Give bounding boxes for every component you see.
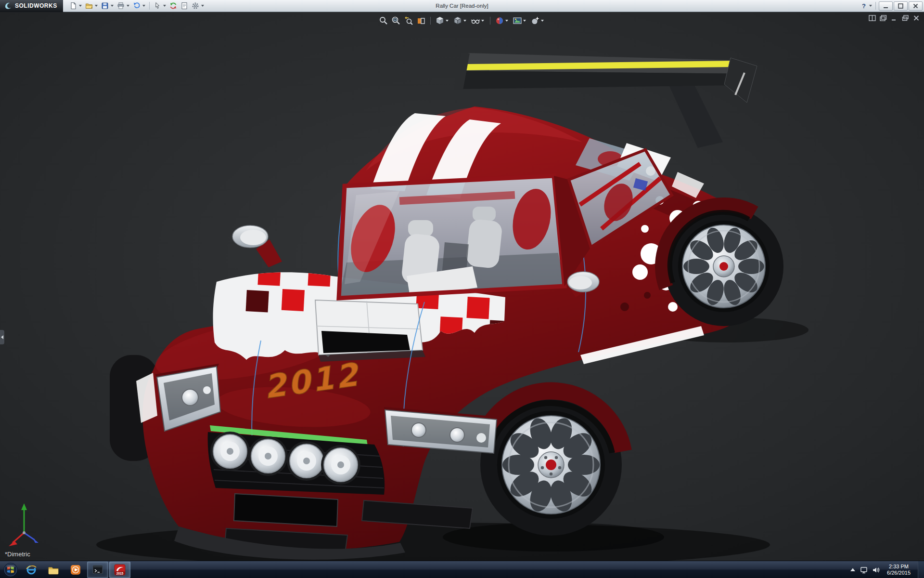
view-settings-icon xyxy=(530,16,540,26)
restore-document-icon xyxy=(902,15,909,21)
file-properties-button[interactable] xyxy=(179,0,190,11)
hide-show-items-button[interactable] xyxy=(471,16,486,26)
section-view-icon xyxy=(416,16,426,26)
brand-text: SOLIDWORKS xyxy=(15,2,57,9)
edit-appearance-button[interactable] xyxy=(495,16,510,26)
apply-scene-button[interactable] xyxy=(513,16,527,26)
show-hidden-icons-button[interactable] xyxy=(850,567,856,572)
edit-appearance-icon xyxy=(495,16,504,26)
toolbar-separator xyxy=(149,2,150,10)
solidworks-logo: SOLIDWORKS xyxy=(0,0,63,12)
select-dropdown-arrow[interactable] xyxy=(163,5,166,7)
folder-icon xyxy=(48,564,59,576)
minimize-button[interactable] xyxy=(879,1,893,11)
previous-view-icon xyxy=(404,16,413,26)
left-projector xyxy=(182,389,198,406)
heads-up-view-toolbar xyxy=(379,16,545,26)
tray-volume-button[interactable] xyxy=(872,566,880,574)
zoom-area-icon xyxy=(391,16,401,26)
previous-view-button[interactable] xyxy=(404,16,413,26)
print-dropdown-arrow[interactable] xyxy=(127,5,129,7)
taskbar-solidworks[interactable]: 2015 xyxy=(109,562,130,578)
print-icon xyxy=(117,2,125,10)
save-button[interactable] xyxy=(100,0,110,11)
reference-triad[interactable] xyxy=(5,495,48,548)
taskbar-media-player[interactable] xyxy=(65,562,86,578)
document-window-controls xyxy=(869,15,920,23)
taskbar-internet-explorer[interactable] xyxy=(21,562,42,578)
media-player-icon xyxy=(70,565,81,575)
tray-network-button[interactable] xyxy=(860,566,868,574)
cascade-windows-icon xyxy=(880,15,887,21)
rebuild-icon xyxy=(169,2,177,10)
print-button[interactable] xyxy=(116,0,126,11)
new-document-icon xyxy=(69,2,77,10)
network-icon xyxy=(860,566,868,574)
options-dropdown-arrow[interactable] xyxy=(201,5,204,7)
window-controls: ? xyxy=(859,0,924,11)
model-scene[interactable]: 2012 xyxy=(0,12,924,561)
help-button[interactable]: ? xyxy=(859,0,869,11)
open-dropdown-arrow[interactable] xyxy=(95,5,98,7)
open-button[interactable] xyxy=(84,0,94,11)
taskbar-file-explorer[interactable] xyxy=(43,562,64,578)
section-view-button[interactable] xyxy=(416,16,426,26)
display-style-button[interactable] xyxy=(453,16,468,26)
standard-toolbar xyxy=(63,0,205,11)
front-wheel[interactable] xyxy=(480,391,623,536)
taskbar: 2015 xyxy=(0,561,924,578)
select-button[interactable] xyxy=(152,0,163,11)
volume-icon xyxy=(872,566,880,574)
panel-flyout-tab[interactable] xyxy=(0,330,4,344)
zoom-to-fit-button[interactable] xyxy=(379,16,388,26)
solidworks-app-icon: 2015 xyxy=(114,564,126,576)
hud-separator xyxy=(490,17,490,25)
help-dropdown-arrow[interactable] xyxy=(869,5,872,7)
command-prompt-icon xyxy=(92,565,103,575)
solidworks-window: SOLIDWORKS xyxy=(0,0,924,578)
zoom-to-area-button[interactable] xyxy=(391,16,401,26)
view-settings-button[interactable] xyxy=(530,16,545,26)
save-dropdown-arrow[interactable] xyxy=(111,5,114,7)
titlebar: SOLIDWORKS xyxy=(0,0,924,12)
tile-windows-button[interactable] xyxy=(869,15,876,23)
close-icon xyxy=(913,3,918,9)
license-plate xyxy=(234,494,338,526)
start-button[interactable] xyxy=(2,562,19,578)
internet-explorer-icon xyxy=(26,564,37,576)
3ds-compass-icon xyxy=(4,1,13,10)
maximize-icon xyxy=(898,3,903,9)
minimize-document-icon xyxy=(891,15,898,21)
restore-document-button[interactable] xyxy=(902,15,909,23)
options-gear-icon xyxy=(192,2,199,10)
options-button[interactable] xyxy=(190,0,201,11)
taskbar-clock[interactable]: 2:33 PM 6/26/2015 xyxy=(884,564,913,576)
hide-show-items-icon xyxy=(471,16,480,26)
new-dropdown-arrow[interactable] xyxy=(79,5,82,7)
undo-button[interactable] xyxy=(131,0,142,11)
select-cursor-icon xyxy=(154,2,161,10)
right-projector xyxy=(411,423,426,437)
new-document-button[interactable] xyxy=(68,0,78,11)
close-button[interactable] xyxy=(909,1,923,11)
maximize-button[interactable] xyxy=(894,1,908,11)
minimize-icon xyxy=(884,7,888,8)
hud-separator xyxy=(430,17,431,25)
undo-icon xyxy=(133,2,141,10)
view-orientation-icon xyxy=(435,16,445,26)
window-title: Rally Car [Read-only] xyxy=(436,3,488,9)
zoom-fit-icon xyxy=(379,16,388,26)
file-properties-icon xyxy=(180,2,188,10)
taskbar-command-prompt[interactable] xyxy=(87,562,108,578)
undo-dropdown-arrow[interactable] xyxy=(142,5,145,7)
minimize-document-button[interactable] xyxy=(891,15,898,23)
chevron-up-icon xyxy=(850,567,856,572)
graphics-area[interactable]: 2012 xyxy=(0,12,924,561)
toolbar-separator xyxy=(875,2,876,10)
show-desktop-button[interactable] xyxy=(918,561,924,578)
cascade-windows-button[interactable] xyxy=(880,15,887,23)
chevron-left-icon xyxy=(1,335,3,339)
view-orientation-button[interactable] xyxy=(435,16,450,26)
close-document-button[interactable] xyxy=(913,15,920,23)
rebuild-button[interactable] xyxy=(168,0,179,11)
